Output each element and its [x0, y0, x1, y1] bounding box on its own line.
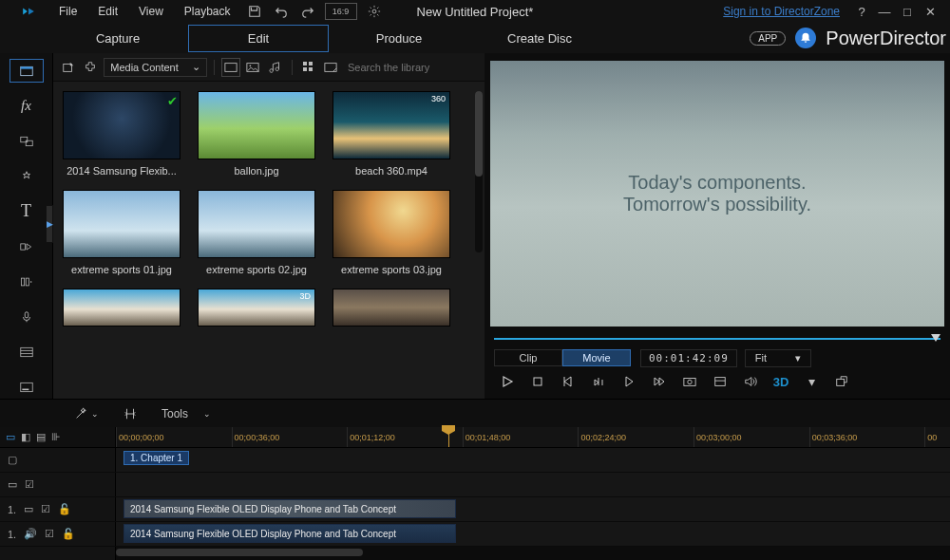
volume-button[interactable]: [741, 372, 760, 391]
close-button[interactable]: ✕: [922, 5, 938, 19]
filter-image-icon[interactable]: [244, 58, 263, 77]
zoom-fit-dropdown[interactable]: Fit▾: [745, 349, 811, 367]
menu-edit[interactable]: Edit: [88, 3, 127, 20]
minimize-button[interactable]: —: [877, 5, 892, 19]
undo-icon[interactable]: [272, 3, 291, 20]
media-item[interactable]: ballon.jpg: [196, 91, 317, 184]
playhead[interactable]: [448, 427, 449, 447]
clip-mode-button[interactable]: Clip: [494, 349, 562, 366]
timeline-ruler[interactable]: 00;00;00;00 00;00;36;00 00;01;12;00 00;0…: [116, 427, 950, 447]
track-manager-icon[interactable]: ▤: [36, 431, 46, 443]
media-item[interactable]: [331, 289, 452, 327]
notification-bell-icon[interactable]: [795, 28, 816, 48]
lock-icon[interactable]: 🔓: [58, 503, 71, 515]
signin-link[interactable]: Sign in to DirectorZone: [723, 5, 840, 18]
particle-room-button[interactable]: [10, 164, 44, 188]
marker-icon[interactable]: ⊪: [51, 431, 61, 443]
media-item[interactable]: extreme sports 01.jpg: [61, 190, 182, 283]
tab-create-disc[interactable]: Create Disc: [469, 26, 610, 51]
play-button[interactable]: [498, 372, 517, 391]
title-room-button[interactable]: T: [10, 199, 44, 223]
chapter-lane[interactable]: 1. Chapter 1: [116, 448, 950, 472]
menu-view[interactable]: View: [129, 3, 173, 20]
prev-frame-button[interactable]: [559, 372, 578, 391]
save-icon[interactable]: [245, 3, 264, 20]
media-item[interactable]: extreme sports 03.jpg: [331, 190, 452, 283]
tab-produce[interactable]: Produce: [329, 26, 469, 51]
timeline: ▭ ◧ ▤ ⊪ 00;00;00;00 00;00;36;00 00;01;12…: [0, 427, 950, 560]
tab-capture[interactable]: Capture: [48, 26, 188, 51]
movie-mode-button[interactable]: Movie: [562, 349, 631, 366]
tab-edit[interactable]: Edit: [188, 25, 329, 52]
timecode-display[interactable]: 00:01:42:09: [640, 349, 737, 367]
menu-playback[interactable]: Playback: [175, 3, 240, 20]
lock-icon[interactable]: 🔓: [62, 528, 75, 540]
next-frame-button[interactable]: [619, 372, 638, 391]
step-button[interactable]: [589, 372, 608, 391]
snapshot-button[interactable]: [680, 372, 699, 391]
settings-icon[interactable]: [365, 3, 384, 20]
transition-room-button[interactable]: [10, 234, 44, 258]
audio-clip[interactable]: 2014 Samsung Flexible OLED Display Phone…: [124, 524, 456, 543]
pip-room-button[interactable]: [10, 129, 44, 153]
video-track-icon[interactable]: ▭: [24, 503, 33, 515]
view-list-icon[interactable]: [321, 58, 340, 77]
media-filter-dropdown[interactable]: Media Content⌄: [104, 58, 207, 77]
magic-tools-button[interactable]: ⌄: [68, 405, 104, 422]
fx-track-icon[interactable]: ▭: [8, 478, 17, 491]
redo-icon[interactable]: [298, 3, 317, 20]
visible-checkbox[interactable]: ☑: [25, 478, 34, 491]
storyboard-view-icon[interactable]: ◧: [21, 431, 30, 443]
voice-over-button[interactable]: [10, 305, 44, 328]
media-item[interactable]: 360beach 360.mp4: [331, 91, 452, 184]
media-scrollbar[interactable]: [475, 91, 483, 252]
media-item[interactable]: [61, 289, 182, 327]
3d-button[interactable]: 3D: [771, 372, 790, 391]
import-media-icon[interactable]: [59, 58, 78, 77]
undock-button[interactable]: [832, 372, 851, 391]
preview-quality-button[interactable]: [711, 372, 730, 391]
media-item[interactable]: extreme sports 02.jpg: [196, 190, 317, 283]
loop-options-icon[interactable]: ▾: [802, 372, 821, 391]
chapter-marker[interactable]: 1. Chapter 1: [124, 451, 189, 465]
filter-all-icon[interactable]: [221, 58, 240, 77]
app-badge[interactable]: APP: [750, 31, 786, 46]
media-item[interactable]: ✔2014 Samsung Flexib...: [61, 91, 182, 184]
audio-track-icon[interactable]: 🔊: [24, 528, 37, 540]
audio-lane[interactable]: 2014 Samsung Flexible OLED Display Phone…: [116, 522, 950, 546]
svg-rect-4: [26, 140, 32, 145]
preview-viewport[interactable]: Today's components. Tomorrow's possibili…: [490, 61, 944, 327]
audible-checkbox[interactable]: ☑: [45, 528, 54, 540]
seek-handle-icon[interactable]: [931, 334, 940, 342]
split-button[interactable]: [118, 405, 142, 422]
timeline-view-icon[interactable]: ▭: [6, 431, 15, 443]
fast-forward-button[interactable]: [650, 372, 669, 391]
media-item[interactable]: 3D: [196, 289, 317, 327]
timeline-h-scrollbar[interactable]: [116, 547, 950, 560]
video-lane[interactable]: 2014 Samsung Flexible OLED Display Phone…: [116, 497, 950, 521]
search-input[interactable]: [344, 62, 479, 73]
svg-point-0: [372, 9, 376, 13]
fx-lane[interactable]: [116, 473, 950, 496]
fx-room-button[interactable]: fx: [10, 94, 44, 118]
visible-checkbox[interactable]: ☑: [41, 503, 50, 515]
media-room-button[interactable]: [10, 59, 44, 83]
help-button[interactable]: ?: [854, 5, 869, 19]
menu-file[interactable]: File: [49, 3, 86, 20]
chapter-room-button[interactable]: [10, 340, 44, 364]
chapter-icon[interactable]: ▢: [8, 454, 17, 466]
maximize-button[interactable]: □: [900, 5, 915, 19]
playback-controls: 3D ▾: [490, 368, 944, 395]
tools-dropdown[interactable]: Tools⌄: [156, 405, 217, 422]
aspect-ratio-button[interactable]: 16:9: [325, 3, 357, 20]
audio-mixing-button[interactable]: [10, 270, 44, 293]
plugin-icon[interactable]: [82, 58, 101, 77]
stop-button[interactable]: [528, 372, 547, 391]
filter-audio-icon[interactable]: [266, 58, 285, 77]
subtitle-room-button[interactable]: [10, 375, 44, 399]
panel-expand-handle[interactable]: ▶: [46, 205, 53, 243]
view-grid-icon[interactable]: [299, 58, 318, 77]
audio-track-head: 1.🔊☑🔓: [0, 522, 116, 546]
video-clip[interactable]: 2014 Samsung Flexible OLED Display Phone…: [124, 499, 456, 518]
preview-seek-bar[interactable]: [494, 336, 940, 342]
